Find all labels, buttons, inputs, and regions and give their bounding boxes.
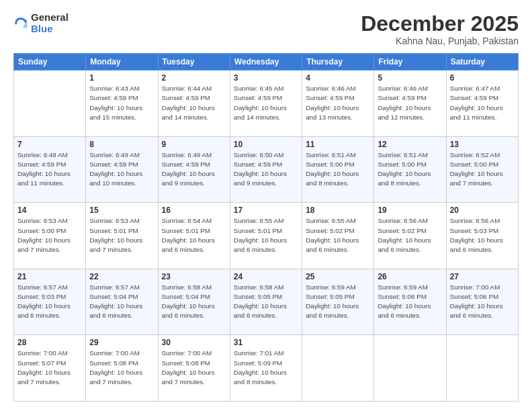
calendar-cell: 17Sunrise: 6:55 AM Sunset: 5:01 PM Dayli… <box>230 203 302 269</box>
day-number: 28 <box>17 338 82 347</box>
day-info: Sunrise: 6:55 AM Sunset: 5:02 PM Dayligh… <box>306 216 370 255</box>
day-info: Sunrise: 6:44 AM Sunset: 4:59 PM Dayligh… <box>162 84 226 122</box>
day-info: Sunrise: 6:53 AM Sunset: 5:01 PM Dayligh… <box>89 216 154 255</box>
day-number: 4 <box>306 73 370 83</box>
day-info: Sunrise: 6:49 AM Sunset: 4:59 PM Dayligh… <box>89 150 154 189</box>
day-number: 31 <box>234 338 298 347</box>
day-number: 30 <box>162 338 226 347</box>
day-number: 17 <box>234 205 298 215</box>
day-info: Sunrise: 6:57 AM Sunset: 5:03 PM Dayligh… <box>17 283 82 321</box>
logo: General Blue <box>13 12 69 34</box>
day-number: 10 <box>234 140 298 149</box>
day-info: Sunrise: 6:49 AM Sunset: 4:59 PM Dayligh… <box>162 150 226 189</box>
calendar-cell: 23Sunrise: 6:58 AM Sunset: 5:04 PM Dayli… <box>158 269 230 335</box>
day-number: 3 <box>234 73 298 83</box>
calendar-cell <box>374 335 446 402</box>
day-number: 15 <box>89 205 154 215</box>
calendar-cell: 3Sunrise: 6:45 AM Sunset: 4:59 PM Daylig… <box>230 71 302 137</box>
calendar-week-2: 7Sunrise: 6:48 AM Sunset: 4:59 PM Daylig… <box>14 136 519 203</box>
calendar-week-3: 14Sunrise: 6:53 AM Sunset: 5:00 PM Dayli… <box>14 203 519 269</box>
day-number: 21 <box>17 272 82 281</box>
calendar-cell: 14Sunrise: 6:53 AM Sunset: 5:00 PM Dayli… <box>14 203 86 269</box>
day-info: Sunrise: 6:46 AM Sunset: 4:59 PM Dayligh… <box>306 84 370 122</box>
calendar-cell: 25Sunrise: 6:59 AM Sunset: 5:05 PM Dayli… <box>302 269 374 335</box>
calendar-cell: 7Sunrise: 6:48 AM Sunset: 4:59 PM Daylig… <box>14 136 86 203</box>
day-number: 9 <box>162 140 226 149</box>
day-number: 1 <box>89 73 154 83</box>
day-info: Sunrise: 6:52 AM Sunset: 5:00 PM Dayligh… <box>450 150 515 189</box>
day-info: Sunrise: 6:46 AM Sunset: 4:59 PM Dayligh… <box>378 84 442 122</box>
day-info: Sunrise: 7:01 AM Sunset: 5:09 PM Dayligh… <box>234 349 298 387</box>
day-info: Sunrise: 7:00 AM Sunset: 5:06 PM Dayligh… <box>450 283 515 321</box>
day-number: 8 <box>89 140 154 149</box>
logo-icon <box>13 16 28 31</box>
day-number: 25 <box>306 272 370 281</box>
day-number: 11 <box>306 140 370 149</box>
calendar-cell: 20Sunrise: 6:56 AM Sunset: 5:03 PM Dayli… <box>446 203 518 269</box>
calendar-cell: 16Sunrise: 6:54 AM Sunset: 5:01 PM Dayli… <box>158 203 230 269</box>
day-number: 23 <box>162 272 226 281</box>
calendar-header-row: SundayMondayTuesdayWednesdayThursdayFrid… <box>14 54 519 71</box>
calendar-cell: 27Sunrise: 7:00 AM Sunset: 5:06 PM Dayli… <box>446 269 518 335</box>
day-header-monday: Monday <box>86 54 158 71</box>
day-number: 6 <box>450 73 515 83</box>
calendar-cell: 1Sunrise: 6:43 AM Sunset: 4:59 PM Daylig… <box>86 71 158 137</box>
calendar-cell: 31Sunrise: 7:01 AM Sunset: 5:09 PM Dayli… <box>230 335 302 402</box>
day-info: Sunrise: 6:43 AM Sunset: 4:59 PM Dayligh… <box>89 84 154 122</box>
day-info: Sunrise: 7:00 AM Sunset: 5:08 PM Dayligh… <box>89 349 154 387</box>
day-number: 18 <box>306 205 370 215</box>
day-info: Sunrise: 6:45 AM Sunset: 4:59 PM Dayligh… <box>234 84 298 122</box>
day-number: 14 <box>17 205 82 215</box>
calendar-week-4: 21Sunrise: 6:57 AM Sunset: 5:03 PM Dayli… <box>14 269 519 335</box>
day-number: 5 <box>378 73 442 83</box>
calendar-table: SundayMondayTuesdayWednesdayThursdayFrid… <box>13 53 519 402</box>
day-info: Sunrise: 7:00 AM Sunset: 5:07 PM Dayligh… <box>17 349 82 387</box>
calendar-cell: 5Sunrise: 6:46 AM Sunset: 4:59 PM Daylig… <box>374 71 446 137</box>
calendar-cell <box>302 335 374 402</box>
day-info: Sunrise: 6:54 AM Sunset: 5:01 PM Dayligh… <box>162 216 226 255</box>
day-number: 7 <box>17 140 82 149</box>
location: Kahna Nau, Punjab, Pakistan <box>361 36 519 46</box>
calendar-cell: 8Sunrise: 6:49 AM Sunset: 4:59 PM Daylig… <box>86 136 158 203</box>
calendar-cell: 28Sunrise: 7:00 AM Sunset: 5:07 PM Dayli… <box>14 335 86 402</box>
day-info: Sunrise: 6:58 AM Sunset: 5:04 PM Dayligh… <box>162 283 226 321</box>
day-header-friday: Friday <box>374 54 446 71</box>
day-header-saturday: Saturday <box>446 54 518 71</box>
calendar-cell: 15Sunrise: 6:53 AM Sunset: 5:01 PM Dayli… <box>86 203 158 269</box>
day-info: Sunrise: 6:53 AM Sunset: 5:00 PM Dayligh… <box>17 216 82 255</box>
calendar-cell: 24Sunrise: 6:58 AM Sunset: 5:05 PM Dayli… <box>230 269 302 335</box>
day-info: Sunrise: 6:57 AM Sunset: 5:04 PM Dayligh… <box>89 283 154 321</box>
calendar-cell: 29Sunrise: 7:00 AM Sunset: 5:08 PM Dayli… <box>86 335 158 402</box>
calendar-week-1: 1Sunrise: 6:43 AM Sunset: 4:59 PM Daylig… <box>14 71 519 137</box>
calendar-cell: 6Sunrise: 6:47 AM Sunset: 4:59 PM Daylig… <box>446 71 518 137</box>
logo-text: General Blue <box>31 12 69 34</box>
day-info: Sunrise: 6:55 AM Sunset: 5:01 PM Dayligh… <box>234 216 298 255</box>
day-number: 16 <box>162 205 226 215</box>
day-number: 22 <box>89 272 154 281</box>
month-title: December 2025 <box>361 12 519 36</box>
day-number: 12 <box>378 140 442 149</box>
calendar-cell <box>446 335 518 402</box>
day-info: Sunrise: 7:00 AM Sunset: 5:08 PM Dayligh… <box>162 349 226 387</box>
day-header-wednesday: Wednesday <box>230 54 302 71</box>
day-info: Sunrise: 6:48 AM Sunset: 4:59 PM Dayligh… <box>17 150 82 189</box>
calendar-cell: 13Sunrise: 6:52 AM Sunset: 5:00 PM Dayli… <box>446 136 518 203</box>
day-info: Sunrise: 6:58 AM Sunset: 5:05 PM Dayligh… <box>234 283 298 321</box>
calendar-cell: 9Sunrise: 6:49 AM Sunset: 4:59 PM Daylig… <box>158 136 230 203</box>
day-number: 27 <box>450 272 515 281</box>
day-info: Sunrise: 6:51 AM Sunset: 5:00 PM Dayligh… <box>306 150 370 189</box>
day-number: 19 <box>378 205 442 215</box>
calendar-cell: 12Sunrise: 6:51 AM Sunset: 5:00 PM Dayli… <box>374 136 446 203</box>
day-header-tuesday: Tuesday <box>158 54 230 71</box>
logo-general-text: General <box>31 12 69 24</box>
day-info: Sunrise: 6:59 AM Sunset: 5:06 PM Dayligh… <box>378 283 442 321</box>
day-info: Sunrise: 6:50 AM Sunset: 4:59 PM Dayligh… <box>234 150 298 189</box>
calendar-cell <box>14 71 86 137</box>
day-number: 26 <box>378 272 442 281</box>
day-number: 13 <box>450 140 515 149</box>
calendar-cell: 10Sunrise: 6:50 AM Sunset: 4:59 PM Dayli… <box>230 136 302 203</box>
day-number: 24 <box>234 272 298 281</box>
page: General Blue December 2025 Kahna Nau, Pu… <box>0 0 532 411</box>
day-info: Sunrise: 6:51 AM Sunset: 5:00 PM Dayligh… <box>378 150 442 189</box>
day-header-sunday: Sunday <box>14 54 86 71</box>
